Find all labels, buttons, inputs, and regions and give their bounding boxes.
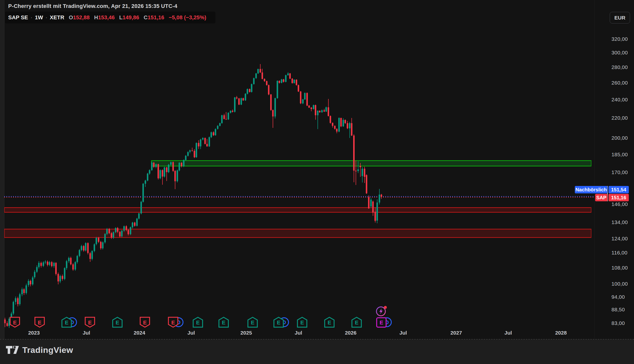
candle [225, 119, 227, 120]
candle [70, 258, 72, 264]
earnings-marker[interactable]: E [31, 316, 55, 328]
candle [49, 262, 50, 265]
candle [19, 294, 21, 304]
candle [96, 238, 97, 244]
candle [89, 253, 91, 259]
candle [340, 118, 342, 126]
candle [306, 93, 308, 106]
earnings-marker[interactable]: E [293, 316, 317, 328]
candle [213, 132, 214, 135]
price-zone-support-zone-red-2[interactable] [4, 229, 591, 238]
earnings-marker-dividend[interactable]: DE [164, 316, 188, 328]
candle [217, 126, 219, 129]
svg-text:E: E [196, 320, 200, 326]
candle [330, 116, 331, 123]
candle [210, 132, 212, 137]
candle [266, 81, 268, 85]
chart-pane[interactable]: EEDEEEEDEEEEDEEEEDE [0, 0, 594, 339]
candle [108, 229, 110, 233]
earnings-marker-dividend[interactable]: DE [58, 316, 82, 328]
candle [368, 197, 369, 208]
time-axis-label: 2025 [241, 330, 252, 336]
earnings-marker[interactable]: E [244, 316, 268, 328]
candle [21, 289, 23, 294]
earnings-marker[interactable]: E [81, 316, 105, 328]
candle [59, 276, 61, 282]
candle [376, 202, 378, 220]
candle [336, 129, 338, 132]
candle [159, 170, 161, 178]
candle [208, 137, 210, 146]
earnings-marker[interactable]: E [215, 316, 239, 328]
candle [17, 298, 19, 304]
candle [287, 74, 289, 75]
candle [72, 264, 74, 270]
candle [166, 168, 167, 172]
candle [362, 169, 363, 176]
price-axis-label: 320,00 [611, 36, 628, 42]
earnings-marker-dividend[interactable]: DE [372, 316, 396, 328]
candle [247, 89, 248, 94]
price-axis-label: 100,00 [611, 281, 628, 287]
earnings-marker[interactable]: E [108, 316, 132, 328]
candle [13, 302, 14, 314]
price-zone-support-zone-red-1[interactable] [4, 207, 591, 213]
last-price-line [4, 197, 594, 198]
candle [364, 169, 365, 177]
tradingview-logo[interactable]: TradingView [6, 345, 73, 355]
price-axis-label: 220,00 [611, 115, 628, 121]
candle [317, 111, 318, 116]
time-axis[interactable]: 2023Jul2024Jul2025Jul2026Jul2027Jul2028 [0, 328, 634, 339]
candle [47, 262, 48, 265]
candle [206, 144, 208, 146]
footer-bar: TradingView [0, 340, 634, 364]
earnings-marker[interactable]: E [320, 316, 344, 328]
earnings-marker[interactable]: E [189, 316, 213, 328]
time-axis-label: 2026 [345, 330, 357, 336]
afterhours-badge-value: 151,54 [608, 186, 629, 194]
candle [68, 258, 70, 261]
earnings-marker[interactable]: E [348, 316, 371, 328]
svg-text:E: E [300, 320, 304, 326]
price-zone-resistance-zone-green[interactable] [151, 160, 591, 166]
candle [196, 143, 197, 157]
candle [219, 123, 221, 126]
candle [372, 202, 374, 213]
candle [262, 72, 263, 79]
candle [374, 212, 376, 221]
candle [145, 180, 146, 184]
svg-text:E: E [328, 320, 331, 326]
candle [164, 168, 165, 176]
candle [349, 123, 350, 128]
earnings-marker-dividend[interactable]: DE [270, 316, 294, 328]
earnings-marker[interactable]: E [136, 316, 160, 328]
candle [104, 234, 106, 242]
candle [15, 298, 16, 302]
candle [32, 278, 34, 284]
candle [4, 320, 6, 323]
earnings-marker[interactable]: E [6, 316, 30, 328]
candle [51, 262, 53, 266]
candle [102, 242, 104, 248]
candle [325, 107, 327, 112]
price-axis-label: 200,00 [611, 135, 628, 141]
candle [140, 202, 142, 214]
candle [181, 163, 182, 166]
svg-text:E: E [143, 320, 147, 326]
candle [268, 85, 270, 95]
candle [319, 111, 320, 112]
upcoming-earnings-alert-icon[interactable] [375, 306, 387, 317]
candle [136, 218, 138, 226]
price-axis-label: 124,00 [611, 236, 628, 242]
candle [300, 92, 301, 103]
candle [296, 80, 297, 85]
candle [189, 150, 191, 152]
price-axis-label: 170,00 [611, 170, 628, 175]
price-axis-label: 280,00 [611, 64, 628, 70]
price-axis[interactable]: 83,0088,5094,00100,00108,00116,00124,001… [594, 0, 634, 339]
tradingview-logo-text: TradingView [22, 345, 73, 355]
candle [204, 138, 206, 144]
candle [126, 226, 127, 230]
candle [194, 151, 195, 158]
candle [381, 194, 382, 197]
